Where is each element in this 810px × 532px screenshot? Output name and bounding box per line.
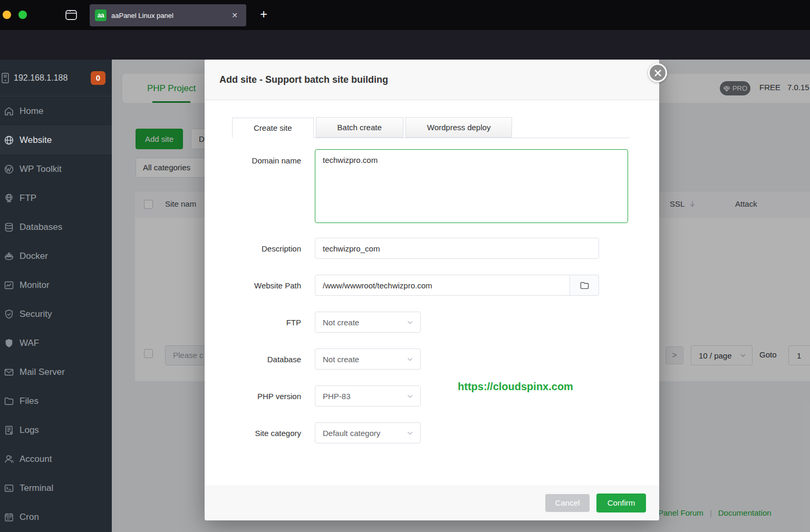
domain-textarea[interactable]: techwizpro.com	[315, 149, 628, 223]
sidebar-item-waf[interactable]: WAF	[0, 328, 112, 357]
database-icon	[3, 222, 15, 233]
terminal-icon	[3, 483, 15, 494]
sidebar-item-monitor[interactable]: Monitor	[0, 270, 112, 299]
add-site-modal: Add site - Support batch site building C…	[205, 60, 659, 520]
server-row[interactable]: 192.168.1.188 0	[0, 60, 112, 96]
chevron-down-icon	[406, 392, 414, 400]
sidebar-item-website[interactable]: Website	[0, 125, 112, 154]
website-path-input[interactable]	[315, 275, 570, 296]
sidebar-item-databases[interactable]: Databases	[0, 212, 112, 241]
globe-icon	[3, 135, 15, 146]
sidebar-item-files[interactable]: Files	[0, 386, 112, 415]
sidebar-item-home[interactable]: Home	[0, 96, 112, 125]
browse-folder-button[interactable]	[570, 275, 599, 296]
user-icon	[3, 454, 15, 465]
sidebar-item-ftp[interactable]: FTP	[0, 183, 112, 212]
folder-icon	[3, 396, 15, 407]
server-ip: 192.168.1.188	[14, 73, 91, 83]
modal-body: Create site Batch create Wordpress deplo…	[205, 100, 659, 485]
site-category-select[interactable]: Default category	[315, 422, 421, 443]
zoom-button[interactable]	[18, 11, 27, 19]
chevron-down-icon	[406, 429, 414, 437]
mail-icon	[3, 367, 15, 378]
ftp-globe-icon	[3, 193, 15, 204]
wordpress-icon	[3, 164, 15, 175]
description-input[interactable]	[315, 238, 599, 259]
php-version-select[interactable]: PHP-83	[315, 385, 421, 407]
browser-toolbar: https://192.168.1.188:12924/site/php	[0, 30, 810, 60]
modal-tabs: Create site Batch create Wordpress deplo…	[232, 117, 630, 138]
shield-filled-icon	[3, 338, 15, 349]
folder-icon	[580, 280, 590, 291]
monitor-icon	[3, 280, 15, 291]
site-category-label: Site category	[205, 429, 315, 438]
sidebar-item-terminal[interactable]: Terminal	[0, 473, 112, 502]
chevron-down-icon	[406, 318, 414, 326]
screen: aa aaPanel Linux panel ✕ + https://192.1…	[0, 0, 810, 532]
close-tab-icon[interactable]: ✕	[228, 10, 241, 21]
chevron-down-icon	[406, 355, 414, 363]
sidebar-item-account[interactable]: Account	[0, 444, 112, 473]
confirm-button[interactable]: Confirm	[596, 494, 646, 512]
docker-icon	[3, 251, 15, 262]
tab-wordpress-deploy[interactable]: Wordpress deploy	[406, 117, 513, 138]
add-site-form: Domain name techwizpro.com Description W…	[205, 149, 659, 443]
tab-batch-create[interactable]: Batch create	[316, 117, 403, 138]
website-path-label: Website Path	[205, 281, 315, 290]
sidebar-item-security[interactable]: Security	[0, 299, 112, 328]
ftp-select[interactable]: Not create	[315, 312, 421, 333]
sidebar-item-docker[interactable]: Docker	[0, 241, 112, 270]
app-area: 192.168.1.188 0 Home Website WP Toolkit …	[0, 60, 810, 532]
server-icon	[1, 72, 9, 84]
new-tab-button[interactable]: +	[254, 5, 273, 24]
main-content: PHP Project PRO FREE 7.0.15 Add site D A…	[112, 60, 810, 532]
logs-icon	[3, 425, 15, 436]
sidebar-item-logs[interactable]: Logs	[0, 415, 112, 444]
message-count-badge[interactable]: 0	[91, 71, 105, 85]
database-label: Database	[205, 355, 315, 364]
modal-title: Add site - Support batch site building	[205, 60, 659, 100]
ftp-label: FTP	[205, 318, 315, 327]
minimize-button[interactable]	[3, 11, 11, 19]
tab-manager-icon[interactable]	[64, 8, 78, 22]
browser-titlebar: aa aaPanel Linux panel ✕ +	[0, 0, 810, 30]
aapanel-favicon: aa	[95, 9, 107, 21]
sidebar-item-mail-server[interactable]: Mail Server	[0, 357, 112, 386]
home-icon	[3, 106, 15, 117]
php-version-label: PHP version	[205, 392, 315, 401]
tab-create-site[interactable]: Create site	[232, 118, 314, 138]
sidebar-item-wp-toolkit[interactable]: WP Toolkit	[0, 154, 112, 183]
description-label: Description	[205, 244, 315, 253]
shield-check-icon	[3, 309, 15, 320]
sidebar: 192.168.1.188 0 Home Website WP Toolkit …	[0, 60, 112, 532]
modal-footer: Cancel Confirm	[205, 485, 659, 520]
cancel-button[interactable]: Cancel	[545, 494, 590, 512]
watermark-link[interactable]: https://cloudspinx.com	[458, 381, 573, 393]
calendar-icon	[3, 512, 15, 523]
domain-label: Domain name	[205, 149, 315, 165]
database-select[interactable]: Not create	[315, 349, 421, 370]
close-icon[interactable]	[648, 63, 667, 82]
tab-title: aaPanel Linux panel	[111, 12, 228, 20]
browser-tab[interactable]: aa aaPanel Linux panel ✕	[90, 4, 246, 26]
sidebar-item-cron[interactable]: Cron	[0, 502, 112, 531]
